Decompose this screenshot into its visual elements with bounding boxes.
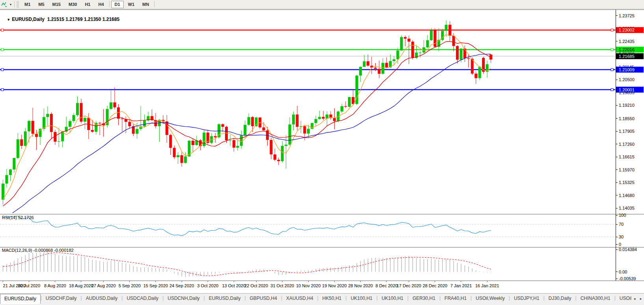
level-price-badge[interactable]: 1.22016	[616, 46, 644, 52]
candle	[445, 25, 448, 31]
candle	[184, 156, 187, 163]
price-tick-label: 1.14035	[619, 206, 635, 210]
ma-fast-orange	[3, 35, 491, 200]
chart-tab-gbpusd-h4[interactable]: GBPUSD,H4	[246, 294, 281, 302]
line-handle[interactable]	[611, 89, 613, 91]
price-axis[interactable]: 1.237251.230801.224351.217901.211451.205…	[616, 13, 635, 210]
candle	[460, 48, 462, 60]
candle	[58, 141, 60, 142]
svg-text:1.21685: 1.21685	[619, 54, 635, 59]
timeframe-button-m30[interactable]: M30	[65, 1, 80, 8]
time-tick-label: 13 Oct 2020	[222, 283, 246, 288]
time-tick-label: 7 Jan 2021	[450, 283, 472, 288]
tab-scroll-right-button[interactable]: ▸	[638, 295, 644, 302]
chart-tab-usoil[interactable]: USOil,	[616, 294, 631, 302]
timeframe-button-m1[interactable]: M1	[21, 1, 34, 8]
line-handle[interactable]	[611, 29, 613, 31]
chart-tab-usoil-weekly[interactable]: USOil,Weekly	[472, 294, 509, 302]
timeframe-button-mn[interactable]: MN	[139, 1, 153, 8]
current-price-badge[interactable]: 1.21685	[616, 53, 644, 59]
candle	[13, 158, 15, 169]
candle	[303, 126, 306, 134]
candle	[251, 117, 254, 126]
timeframe-button-m5[interactable]: M5	[35, 1, 48, 8]
chart-tab-eurusd-daily[interactable]: EURUSD,Daily	[205, 294, 245, 302]
line-handle[interactable]	[1, 89, 4, 91]
candle	[285, 145, 287, 146]
line-handle[interactable]	[611, 48, 613, 51]
chart-canvas[interactable]: 1.237251.230801.224351.217901.211451.205…	[0, 9, 644, 293]
main-price-panel[interactable]	[0, 20, 615, 218]
candle	[136, 129, 138, 134]
tab-scroll-left-button[interactable]: ◂	[631, 295, 638, 302]
line-handle[interactable]	[611, 69, 613, 71]
timeframe-button-h4[interactable]: H4	[95, 1, 107, 8]
price-tick-label: 1.14680	[619, 193, 635, 198]
macd-tick-label: -0.00539	[619, 276, 636, 281]
candle	[475, 74, 477, 78]
timeframe-button-m15[interactable]: M15	[49, 1, 64, 8]
line-handle[interactable]	[1, 29, 4, 31]
chart-tab-fra40-h1[interactable]: FRA40,H1	[441, 294, 471, 302]
rsi-tick-label: 0	[619, 242, 621, 247]
chart-tab-usdcad-daily[interactable]: USDCAD,Daily	[123, 294, 162, 302]
line-handle[interactable]	[1, 48, 4, 51]
price-tick-label: 1.15970	[619, 167, 635, 172]
timeframe-button-d1[interactable]: D1	[111, 1, 124, 8]
time-axis[interactable]: 21 Jul 202030 Jul 20208 Aug 202018 Aug 2…	[3, 281, 499, 288]
chart-tab-xauusd-h4[interactable]: XAUUSD,H4	[282, 294, 317, 302]
level-price-badge[interactable]: 1.20001	[616, 87, 644, 93]
time-tick-label: 16 Jan 2021	[475, 283, 499, 288]
chart-line-tool-icon[interactable]	[0, 1, 8, 8]
candle	[9, 169, 12, 175]
svg-text:1.21009: 1.21009	[619, 67, 635, 72]
chart-tab-eurusd-daily[interactable]: EURUSD,Daily	[0, 294, 41, 304]
time-tick-label: 5 Sep 2020	[119, 283, 141, 288]
candle	[449, 25, 451, 36]
tool-dropdown-caret-icon[interactable]: ▾	[8, 3, 13, 6]
chart-tab-uk100-h1[interactable]: UK100,H1	[347, 294, 376, 302]
candle	[478, 67, 481, 78]
chart-tab-china300-h1[interactable]: CHINA300,H1	[577, 294, 614, 302]
price-tick-label: 1.23725	[619, 13, 635, 18]
candle	[50, 114, 53, 132]
time-tick-label: 3 Oct 2020	[197, 283, 218, 288]
price-tick-label: 1.17905	[619, 129, 635, 134]
time-tick-label: 24 Sep 2020	[169, 283, 194, 288]
chart-tab-audusd-daily[interactable]: AUDUSD,Daily	[82, 294, 122, 302]
candle	[46, 114, 49, 117]
time-tick-label: 18 Aug 2020	[69, 283, 93, 288]
candle	[270, 140, 272, 154]
candle	[288, 125, 291, 145]
candle	[467, 58, 470, 59]
candle	[367, 61, 369, 66]
chart-tab-dj30-daily[interactable]: DJ30,Daily	[545, 294, 575, 302]
candle	[181, 155, 183, 163]
toolbar-grip-handle[interactable]	[17, 1, 19, 7]
svg-text:1.22016: 1.22016	[619, 47, 635, 52]
line-handle[interactable]	[1, 69, 4, 71]
candle	[277, 160, 280, 161]
candle	[233, 140, 235, 148]
candle	[76, 103, 79, 115]
chart-tab-usdcnh-daily[interactable]: USDCNH,Daily	[164, 294, 203, 302]
chart-tab-usdjpy-h1[interactable]: USDJPY,H1	[510, 294, 543, 302]
level-price-badge[interactable]: 1.23002	[616, 27, 644, 33]
rsi-tick-label: 70	[619, 222, 624, 227]
timeframe-button-h1[interactable]: H1	[81, 1, 94, 8]
level-price-badge[interactable]: 1.21009	[616, 67, 644, 73]
price-tick-label: 1.22435	[619, 39, 635, 44]
candle	[274, 154, 276, 160]
chart-tab-usdchf-daily[interactable]: USDCHF,Daily	[42, 294, 81, 302]
candle	[400, 37, 403, 50]
candlesticks[interactable]	[2, 20, 492, 205]
macd-panel[interactable]	[3, 251, 491, 277]
candle	[169, 135, 172, 148]
chart-tab-ger30-h1[interactable]: GER30,H1	[409, 294, 439, 302]
candle	[244, 125, 246, 136]
chart-tab-hk50-h1[interactable]: HK50,H1	[318, 294, 346, 302]
rsi-panel[interactable]	[0, 216, 615, 237]
chart-tab-uk100-h1[interactable]: UK100,H1	[378, 294, 407, 302]
candle	[404, 37, 407, 39]
timeframe-button-w1[interactable]: W1	[125, 1, 138, 8]
